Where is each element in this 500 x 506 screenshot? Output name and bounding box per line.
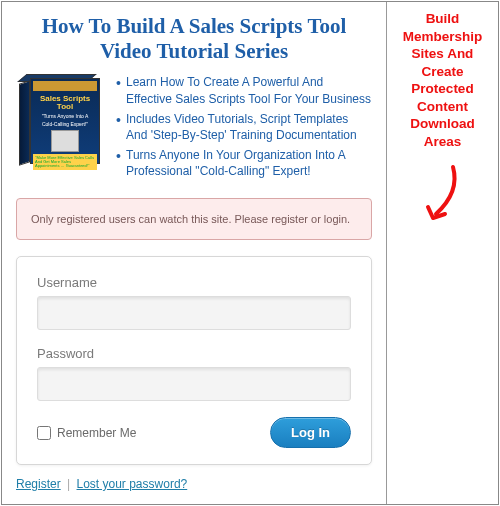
password-label: Password	[37, 346, 351, 361]
callout-line: Sites And Create	[412, 46, 474, 79]
bullet-item: Turns Anyone In Your Organization Into A…	[114, 147, 372, 179]
login-button[interactable]: Log In	[270, 417, 351, 448]
page-title: How To Build A Sales Scripts Tool Video …	[16, 14, 372, 64]
boxart-tag1: "Turns Anyone Into A	[31, 113, 99, 121]
username-label: Username	[37, 275, 351, 290]
username-input[interactable]	[37, 296, 351, 330]
boxart-badge: "Make More Effective Sales Calls And Get…	[33, 154, 97, 170]
aux-links: Register | Lost your password?	[16, 477, 372, 491]
headline-line-1: How To Build A Sales Scripts Tool	[42, 14, 347, 38]
lost-password-link[interactable]: Lost your password?	[77, 477, 188, 491]
boxart-title: Sales Scripts Tool	[31, 93, 99, 113]
remember-me-wrap[interactable]: Remember Me	[37, 426, 136, 440]
callout-line: Build Membership	[403, 11, 483, 44]
main-panel: How To Build A Sales Scripts Tool Video …	[2, 2, 387, 504]
hero-section: Sales Scripts Tool "Turns Anyone Into A …	[16, 74, 372, 183]
access-alert: Only registered users can watch this sit…	[16, 198, 372, 241]
boxart-tag2: Cold-Calling Expert!"	[31, 121, 99, 129]
headline-line-2: Video Tutorial Series	[100, 39, 288, 63]
bullet-item: Learn How To Create A Powerful And Effec…	[114, 74, 372, 106]
callout-line: Protected Content	[411, 81, 473, 114]
product-boxart: Sales Scripts Tool "Turns Anyone Into A …	[16, 74, 106, 169]
remember-checkbox[interactable]	[37, 426, 51, 440]
callout-text: Build Membership Sites And Create Protec…	[393, 10, 492, 150]
register-link[interactable]: Register	[16, 477, 61, 491]
callout-arrow-icon	[393, 162, 492, 232]
password-input[interactable]	[37, 367, 351, 401]
feature-bullets: Learn How To Create A Powerful And Effec…	[114, 74, 372, 183]
callout-panel: Build Membership Sites And Create Protec…	[387, 2, 498, 504]
app-frame: How To Build A Sales Scripts Tool Video …	[1, 1, 499, 505]
remember-label: Remember Me	[57, 426, 136, 440]
link-divider: |	[67, 477, 70, 491]
login-form: Username Password Remember Me Log In	[16, 256, 372, 465]
callout-line: Download Areas	[410, 116, 475, 149]
bullet-item: Includes Video Tutorials, Script Templat…	[114, 111, 372, 143]
